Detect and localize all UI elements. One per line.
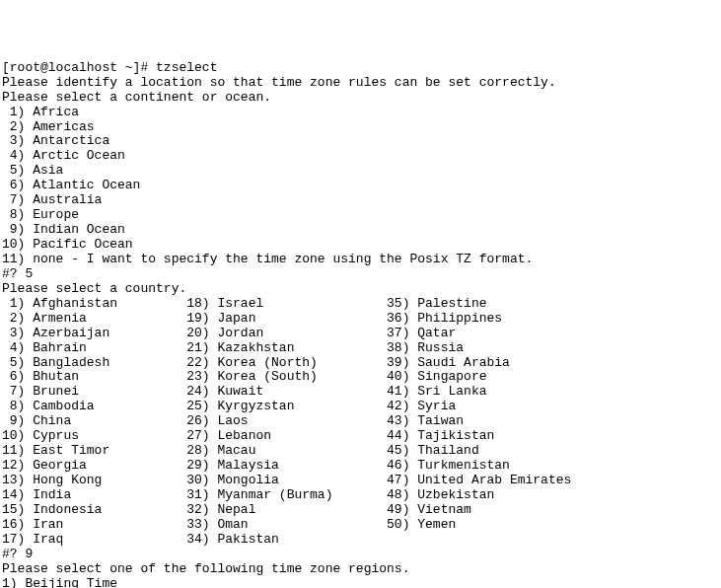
continent-option: 3) Antarctica: [2, 133, 109, 148]
continent-option: 5) Asia: [2, 163, 63, 178]
continent-option: 6) Atlantic Ocean: [2, 178, 140, 192]
country-prompt: Please select a country.: [2, 281, 186, 296]
country-columns: 1) Afghanistan 18) Israel 35) Palestine …: [2, 297, 721, 548]
continent-option: 1) Africa: [2, 105, 79, 119]
continent-option: 9) Indian Ocean: [2, 222, 125, 237]
continent-option: 10) Pacific Ocean: [2, 237, 133, 252]
continent-option: 2) Americas: [2, 119, 95, 134]
intro-line2: Please select a continent or ocean.: [2, 90, 271, 105]
continent-option: 11) none - I want to specify the time zo…: [2, 252, 533, 266]
prompt-line: [root@localhost ~]# tzselect: [2, 60, 217, 75]
tz-input-answer[interactable]: #? 5: [2, 266, 33, 281]
intro-line1: Please identify a location so that time …: [2, 75, 556, 90]
tz-input-answer[interactable]: #? 9: [2, 547, 33, 561]
continent-option: 8) Europe: [2, 207, 79, 222]
continent-option: 4) Arctic Ocean: [2, 148, 125, 163]
region-prompt: Please select one of the following time …: [2, 561, 409, 576]
terminal-output: [root@localhost ~]# tzselect Please iden…: [2, 61, 721, 588]
region-option: 1) Beijing Time: [2, 576, 117, 588]
continent-option: 7) Australia: [2, 192, 102, 207]
